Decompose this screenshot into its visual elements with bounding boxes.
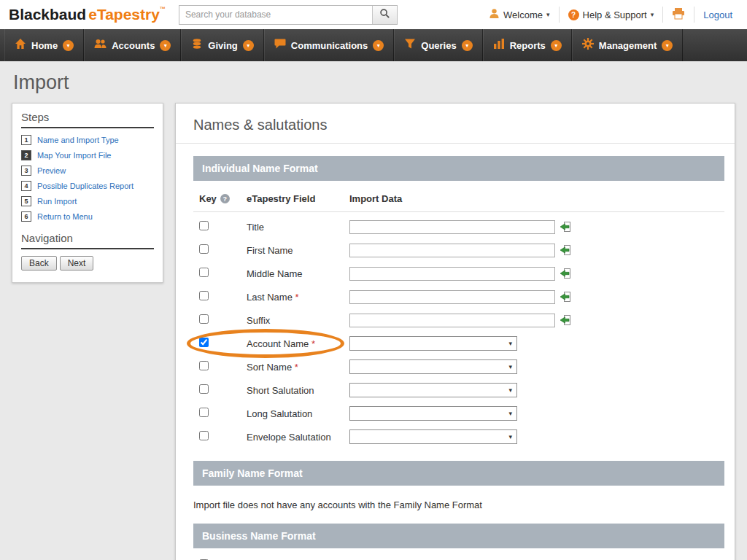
key-checkbox[interactable] [199,384,209,394]
import-icon[interactable] [560,291,571,303]
import-data-input[interactable] [349,314,555,327]
import-icon[interactable] [560,314,571,326]
chevron-down-icon[interactable]: ▾ [373,40,384,51]
key-checkbox[interactable] [199,244,209,254]
import-data-select[interactable]: ▾ [349,429,517,444]
import-icon[interactable] [560,221,571,233]
management-icon [582,38,594,52]
step-link-return-to-menu[interactable]: Return to Menu [37,212,93,221]
key-checkbox[interactable] [199,361,209,370]
column-import-data: Import Data [349,193,724,204]
section-header-family: Family Name Format [193,461,724,486]
field-label: Title [247,222,349,233]
welcome-menu[interactable]: Welcome ▾ [480,8,558,21]
logout-link[interactable]: Logout [694,9,738,20]
step-link-map-your-import-file[interactable]: Map Your Import File [37,151,112,160]
import-data-input[interactable] [349,290,555,304]
search-input[interactable] [179,6,372,24]
help-icon[interactable]: ? [220,194,230,203]
field-label: Account Name * [247,338,349,349]
back-button[interactable]: Back [21,256,57,271]
key-checkbox[interactable] [199,221,209,230]
chevron-down-icon[interactable]: ▾ [160,40,171,51]
nav-item-queries[interactable]: Queries ▾ [394,29,482,61]
field-label: Short Salutation [247,385,349,396]
import-data-select[interactable]: ▾ [349,406,517,421]
content-title: Names & salutations [176,104,735,144]
import-data-cell: ▾ [349,336,724,351]
home-icon [15,38,26,52]
key-checkbox[interactable] [199,431,209,440]
content-panel: Names & salutations Individual Name Form… [175,103,735,560]
step-link-preview[interactable]: Preview [37,166,66,175]
nav-item-communications[interactable]: Communications ▾ [264,29,394,61]
field-label: First Name [247,245,349,256]
required-asterisk: * [293,292,299,303]
field-label: Sort Name * [247,362,349,373]
logo-blackbaud: Blackbaud [9,6,86,23]
chevron-down-icon[interactable]: ▾ [551,40,562,51]
search-bar [179,5,398,25]
required-asterisk: * [292,362,298,373]
key-checkbox[interactable] [199,268,209,277]
key-cell [199,314,247,327]
key-checkbox[interactable] [199,338,209,347]
print-button[interactable] [663,7,694,22]
next-button[interactable]: Next [60,256,94,271]
reports-icon [493,38,505,52]
import-data-select[interactable]: ▾ [349,336,517,351]
nav-item-accounts[interactable]: Accounts ▾ [84,29,181,61]
import-data-cell: ▾ [349,429,724,444]
nav-item-management[interactable]: Management ▾ [572,29,683,61]
key-checkbox[interactable] [199,314,209,324]
chevron-down-icon[interactable]: ▾ [243,40,254,51]
user-icon [489,8,500,21]
chevron-down-icon[interactable]: ▾ [662,40,673,51]
chevron-down-icon[interactable]: ▾ [63,40,74,51]
field-label: Long Salutation [247,408,349,419]
chevron-down-icon: ▾ [508,386,512,394]
help-menu[interactable]: ? Help & Support ▾ [560,9,663,20]
nav-item-giving[interactable]: Giving ▾ [181,29,263,61]
step-item: 4 Possible Duplicates Report [21,181,154,191]
field-row: Short Salutation▾ [193,378,724,402]
step-link-possible-duplicates-report[interactable]: Possible Duplicates Report [37,182,133,190]
field-row: First Name [193,238,724,262]
field-row: Sort Name *▾ [193,355,724,378]
import-data-select[interactable]: ▾ [349,359,517,374]
navigation-heading: Navigation [21,232,154,249]
field-label: Middle Name [247,268,349,279]
import-icon[interactable] [560,244,571,256]
import-icon[interactable] [560,268,571,279]
import-data-cell [349,314,724,327]
step-link-name-and-import-type[interactable]: Name and Import Type [37,136,119,144]
field-label: Suffix [247,315,349,326]
key-cell [199,337,247,350]
step-number: 4 [21,181,31,191]
key-checkbox[interactable] [199,408,209,417]
step-link-run-import[interactable]: Run Import [37,197,77,206]
chevron-down-icon: ▾ [508,410,512,417]
page-layout: Steps 1 Name and Import Type 2 Map Your … [0,103,747,560]
nav-item-home[interactable]: Home ▾ [4,29,84,61]
required-asterisk: * [309,338,315,349]
import-data-cell: ▾ [349,383,724,397]
import-data-input[interactable] [349,220,555,234]
logo: BlackbaudeTapestry™ [9,6,166,23]
chevron-down-icon: ▾ [651,11,654,18]
step-item: 2 Map Your Import File [21,150,154,160]
nav-item-reports[interactable]: Reports ▾ [483,29,572,61]
import-data-select[interactable]: ▾ [349,383,517,397]
key-cell [199,220,247,233]
import-data-input[interactable] [349,244,555,257]
import-data-input[interactable] [349,267,555,281]
key-checkbox[interactable] [199,291,209,300]
chevron-down-icon: ▾ [508,363,512,370]
key-cell [199,244,247,257]
field-row: Account Name *▾ [193,332,724,355]
import-data-cell [349,290,724,304]
chevron-down-icon: ▾ [546,11,550,18]
chevron-down-icon[interactable]: ▾ [462,40,473,51]
search-button[interactable] [372,6,397,24]
key-cell [199,384,247,397]
